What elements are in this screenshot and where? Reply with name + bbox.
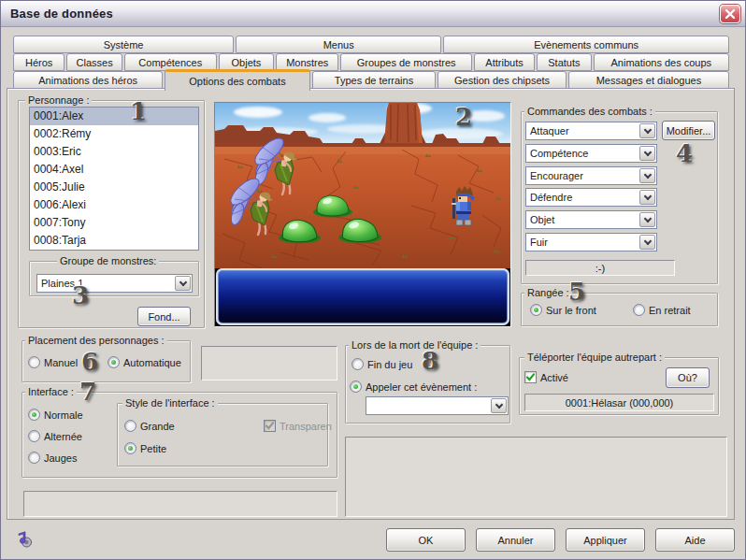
chevron-down-icon[interactable] bbox=[639, 212, 655, 227]
commande-2-select[interactable]: Compétence bbox=[525, 144, 657, 163]
list-item[interactable]: 0004:Axel bbox=[30, 161, 198, 179]
automatique-radio[interactable]: Automatique bbox=[108, 356, 181, 368]
petite-radio[interactable]: Petite bbox=[124, 442, 166, 454]
interface-label: Interface : bbox=[25, 386, 77, 397]
chevron-down-icon[interactable] bbox=[639, 235, 655, 250]
chevron-down-icon[interactable] bbox=[491, 398, 507, 413]
annotation-6: 6 bbox=[81, 348, 98, 376]
window-title: Base de données bbox=[10, 7, 113, 21]
annotation-4: 4 bbox=[676, 139, 693, 167]
green-checkmark-icon bbox=[524, 371, 537, 383]
tab-groupes-de-monstres[interactable]: Groupes de monstres bbox=[340, 53, 471, 71]
tab-messages-et-dialogues[interactable]: Messages et dialogues bbox=[568, 71, 729, 89]
fond-button[interactable]: Fond... bbox=[137, 307, 191, 326]
tab-row-1: Système Menus Evènements communs bbox=[13, 36, 729, 53]
teleport-label: Téléporter l'équipe autrepart : bbox=[524, 352, 665, 363]
tab-attributs[interactable]: Attributs bbox=[474, 53, 535, 71]
en-retrait-radio[interactable]: En retrait bbox=[633, 304, 691, 316]
grande-radio[interactable]: Grande bbox=[124, 420, 175, 432]
tab-statuts[interactable]: Statuts bbox=[537, 53, 591, 71]
close-icon bbox=[724, 8, 736, 20]
tab-systeme[interactable]: Système bbox=[13, 36, 234, 53]
list-item[interactable]: 0007:Tony bbox=[30, 214, 198, 232]
commande-5-select[interactable]: Objet bbox=[525, 210, 657, 229]
list-item[interactable]: 0006:Alexi bbox=[30, 196, 198, 214]
active-checkbox[interactable]: Activé bbox=[524, 371, 568, 383]
tab-heros[interactable]: Héros bbox=[13, 53, 65, 71]
chevron-down-icon[interactable] bbox=[639, 168, 655, 183]
commande-6-select[interactable]: Fuir bbox=[525, 233, 657, 251]
annotation-1: 1 bbox=[130, 97, 147, 125]
title-bar[interactable]: Base de données bbox=[1, 1, 745, 27]
tab-animations-des-coups[interactable]: Animations des coups bbox=[594, 53, 729, 71]
tab-options-des-combats[interactable]: Options des combats bbox=[165, 69, 309, 91]
chevron-down-icon[interactable] bbox=[175, 276, 191, 291]
transparente-checkbox: Transparente bbox=[264, 420, 332, 432]
commande-4-select[interactable]: Défendre bbox=[525, 188, 657, 207]
annotation-7: 7 bbox=[79, 378, 96, 406]
annotation-3: 3 bbox=[72, 281, 89, 309]
evenement-select[interactable] bbox=[366, 396, 509, 415]
bottom-left-panel bbox=[23, 491, 337, 517]
manuel-radio[interactable]: Manuel bbox=[28, 356, 78, 368]
tab-gestion-des-chipsets[interactable]: Gestion des chipsets bbox=[438, 71, 567, 89]
aide-button[interactable]: Aide bbox=[655, 528, 735, 552]
appliquer-button[interactable]: Appliquer bbox=[566, 528, 645, 552]
tab-classes[interactable]: Classes bbox=[66, 53, 122, 71]
alternee-radio[interactable]: Alternée bbox=[28, 430, 82, 442]
commandes-label: Commandes des combats : bbox=[524, 106, 655, 117]
sur-le-front-radio[interactable]: Sur le front bbox=[530, 304, 596, 316]
groupe-monstres-select[interactable]: Plaines 1 bbox=[36, 274, 193, 293]
jauges-radio[interactable]: Jauges bbox=[28, 452, 77, 464]
chevron-down-icon[interactable] bbox=[639, 190, 655, 205]
bottom-right-panel bbox=[345, 437, 727, 517]
personnage-label: Personnage : bbox=[25, 94, 92, 106]
style-interface-group bbox=[117, 403, 328, 467]
commande-3-select[interactable]: Encourager bbox=[525, 166, 657, 185]
fin-du-jeu-radio[interactable]: Fin du jeu bbox=[351, 358, 412, 370]
teleport-destination-box: 0001:Hélasar (000,000) bbox=[524, 394, 714, 411]
mort-label: Lors de la mort de l'équipe : bbox=[349, 339, 481, 351]
list-item[interactable]: 0001:Alex bbox=[30, 108, 198, 125]
personnage-list[interactable]: 0001:Alex 0002:Rémy 0003:Eric 0004:Axel … bbox=[29, 107, 199, 251]
list-item[interactable]: 0008:Tarja bbox=[30, 232, 198, 250]
appeler-evenement-radio[interactable]: Appeler cet évènement : bbox=[350, 381, 477, 393]
sound-icon bbox=[13, 530, 34, 551]
style-interface-label: Style de l'interface : bbox=[122, 397, 218, 409]
tab-animations-des-heros[interactable]: Animations des héros bbox=[13, 71, 163, 89]
list-item[interactable]: 0005:Julie bbox=[30, 179, 198, 196]
list-item[interactable]: 0003:Eric bbox=[30, 143, 198, 161]
annotation-5: 5 bbox=[568, 278, 585, 306]
database-dialog: Base de données Système Menus Evènements… bbox=[0, 0, 746, 560]
tab-types-de-terrains[interactable]: Types de terrains bbox=[312, 71, 437, 89]
chevron-down-icon[interactable] bbox=[639, 146, 655, 161]
close-button[interactable] bbox=[720, 5, 740, 23]
annotation-2: 2 bbox=[455, 103, 472, 131]
gray-checkmark-icon bbox=[264, 420, 276, 432]
annotation-8: 8 bbox=[422, 347, 438, 375]
ok-button[interactable]: OK bbox=[386, 528, 466, 552]
ou-button[interactable]: Où? bbox=[666, 367, 710, 388]
tab-menus[interactable]: Menus bbox=[236, 36, 441, 53]
placement-preview-box bbox=[201, 346, 337, 381]
commande-1-select[interactable]: Attaquer bbox=[525, 122, 657, 140]
battle-preview bbox=[214, 102, 511, 327]
battle-message-window bbox=[216, 268, 509, 325]
tab-row-2: Héros Classes Compétences Objets Monstre… bbox=[13, 53, 729, 71]
groupe-monstres-label: Groupe de monstres: bbox=[57, 255, 159, 266]
placement-label: Placement des personnages : bbox=[25, 335, 167, 346]
tab-evenements-communs[interactable]: Evènements communs bbox=[443, 36, 729, 53]
annuler-button[interactable]: Annuler bbox=[476, 528, 555, 552]
list-item[interactable]: 0002:Rémy bbox=[30, 125, 198, 143]
smiley-box: :-) bbox=[525, 260, 675, 276]
normale-radio[interactable]: Normale bbox=[28, 409, 83, 421]
modifier-button[interactable]: Modifier... bbox=[662, 121, 715, 140]
tab-row-3: Animations des héros Options des combats… bbox=[13, 71, 729, 89]
rangee-label: Rangée : bbox=[524, 287, 572, 298]
chevron-down-icon[interactable] bbox=[639, 123, 655, 138]
